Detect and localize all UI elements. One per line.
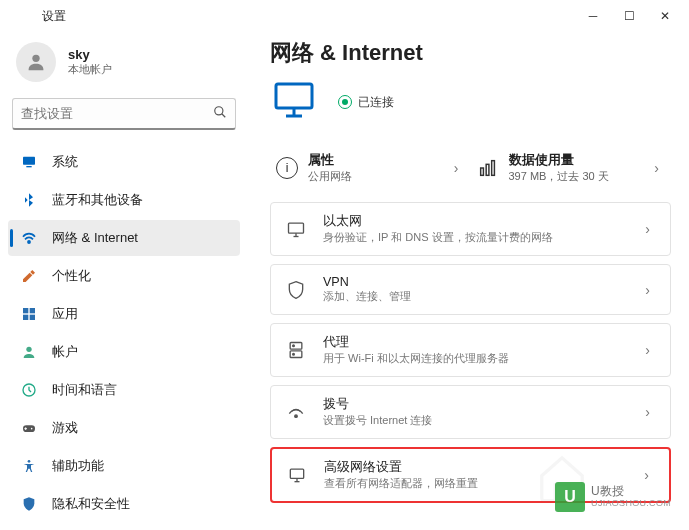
svg-rect-18 bbox=[480, 168, 483, 175]
chevron-right-icon: › bbox=[648, 160, 665, 176]
status-dot-icon bbox=[338, 95, 352, 109]
nav-item-network[interactable]: 网络 & Internet bbox=[8, 220, 240, 256]
settings-item-vpn[interactable]: VPN 添加、连接、管理 › bbox=[270, 264, 671, 315]
nav-label: 蓝牙和其他设备 bbox=[52, 191, 143, 209]
nav-item-accounts[interactable]: 帐户 bbox=[8, 334, 240, 370]
item-sub: 查看所有网络适配器，网络重置 bbox=[324, 476, 478, 491]
search-icon bbox=[213, 105, 227, 122]
data-usage-title: 数据使用量 bbox=[509, 152, 609, 169]
network-icon bbox=[20, 229, 38, 247]
accessibility-icon bbox=[20, 457, 38, 475]
svg-rect-29 bbox=[290, 469, 303, 478]
data-usage-sub: 397 MB，过去 30 天 bbox=[509, 169, 609, 184]
properties-sub: 公用网络 bbox=[308, 169, 352, 184]
user-profile[interactable]: sky 本地帐户 bbox=[8, 32, 240, 98]
item-title: 高级网络设置 bbox=[324, 459, 478, 476]
accounts-icon bbox=[20, 343, 38, 361]
nav-label: 个性化 bbox=[52, 267, 91, 285]
personalize-icon bbox=[20, 267, 38, 285]
item-title: 拨号 bbox=[323, 396, 432, 413]
svg-point-26 bbox=[293, 345, 295, 347]
svg-point-27 bbox=[293, 353, 295, 355]
nav-item-apps[interactable]: 应用 bbox=[8, 296, 240, 332]
dialup-icon bbox=[285, 401, 307, 423]
svg-rect-3 bbox=[23, 157, 35, 165]
svg-point-14 bbox=[28, 460, 31, 463]
network-hero: 已连接 bbox=[270, 78, 671, 126]
svg-rect-6 bbox=[23, 308, 28, 313]
item-sub: 设置拨号 Internet 连接 bbox=[323, 413, 432, 428]
window-controls: ─ ☐ ✕ bbox=[579, 2, 679, 30]
svg-rect-25 bbox=[290, 351, 302, 358]
nav-item-gaming[interactable]: 游戏 bbox=[8, 410, 240, 446]
svg-point-13 bbox=[31, 428, 33, 430]
nav-item-privacy[interactable]: 隐私和安全性 bbox=[8, 486, 240, 522]
title-bar: 设置 ─ ☐ ✕ bbox=[0, 0, 689, 32]
nav-item-accessibility[interactable]: 辅助功能 bbox=[8, 448, 240, 484]
svg-rect-9 bbox=[30, 315, 35, 320]
apps-icon bbox=[20, 305, 38, 323]
data-usage-icon bbox=[477, 157, 499, 179]
nav-label: 隐私和安全性 bbox=[52, 495, 130, 513]
svg-rect-21 bbox=[289, 223, 304, 233]
watermark-brand: U教授 bbox=[591, 485, 671, 498]
chevron-right-icon: › bbox=[448, 160, 465, 176]
item-sub: 身份验证，IP 和 DNS 设置，按流量计费的网络 bbox=[323, 230, 553, 245]
svg-rect-24 bbox=[290, 343, 302, 350]
nav-label: 网络 & Internet bbox=[52, 229, 138, 247]
connection-status: 已连接 bbox=[338, 94, 394, 111]
nav-label: 应用 bbox=[52, 305, 78, 323]
close-button[interactable]: ✕ bbox=[651, 2, 679, 30]
svg-rect-20 bbox=[491, 161, 494, 176]
maximize-button[interactable]: ☐ bbox=[615, 2, 643, 30]
chevron-right-icon: › bbox=[638, 467, 655, 483]
search-box[interactable] bbox=[12, 98, 236, 130]
settings-item-dialup[interactable]: 拨号 设置拨号 Internet 连接 › bbox=[270, 385, 671, 439]
user-name: sky bbox=[68, 47, 112, 62]
properties-title: 属性 bbox=[308, 152, 352, 169]
gaming-icon bbox=[20, 419, 38, 437]
advanced-icon bbox=[286, 464, 308, 486]
nav-label: 帐户 bbox=[52, 343, 78, 361]
nav-label: 游戏 bbox=[52, 419, 78, 437]
item-sub: 添加、连接、管理 bbox=[323, 289, 411, 304]
chevron-right-icon: › bbox=[639, 342, 656, 358]
nav-item-system[interactable]: 系统 bbox=[8, 144, 240, 180]
minimize-button[interactable]: ─ bbox=[579, 2, 607, 30]
nav-label: 时间和语言 bbox=[52, 381, 117, 399]
avatar bbox=[16, 42, 56, 82]
search-input[interactable] bbox=[21, 106, 213, 121]
svg-point-1 bbox=[215, 107, 223, 115]
system-icon bbox=[20, 153, 38, 171]
svg-line-2 bbox=[222, 114, 226, 118]
sidebar: sky 本地帐户 系统蓝牙和其他设备网络 & Internet个性化应用帐户时间… bbox=[0, 32, 248, 530]
svg-rect-4 bbox=[26, 166, 31, 167]
page-title: 网络 & Internet bbox=[270, 38, 671, 68]
main-content: 网络 & Internet 已连接 i 属性 公用网络 › bbox=[248, 32, 689, 530]
nav-item-time[interactable]: 时间和语言 bbox=[8, 372, 240, 408]
settings-item-proxy[interactable]: 代理 用于 Wi-Fi 和以太网连接的代理服务器 › bbox=[270, 323, 671, 377]
nav-item-bluetooth[interactable]: 蓝牙和其他设备 bbox=[8, 182, 240, 218]
settings-item-ethernet[interactable]: 以太网 身份验证，IP 和 DNS 设置，按流量计费的网络 › bbox=[270, 202, 671, 256]
svg-point-10 bbox=[26, 347, 31, 352]
info-tiles-row: i 属性 公用网络 › 数据使用量 397 MB，过去 30 天 › bbox=[270, 144, 671, 192]
svg-point-28 bbox=[295, 415, 298, 418]
info-icon: i bbox=[276, 157, 298, 179]
watermark-url: UJIAOSHOU.COM bbox=[591, 499, 671, 509]
window-title: 设置 bbox=[42, 8, 66, 25]
chevron-right-icon: › bbox=[639, 404, 656, 420]
status-text: 已连接 bbox=[358, 94, 394, 111]
settings-list: 以太网 身份验证，IP 和 DNS 设置，按流量计费的网络 › VPN 添加、连… bbox=[270, 202, 671, 503]
data-usage-tile[interactable]: 数据使用量 397 MB，过去 30 天 › bbox=[471, 144, 672, 192]
nav-label: 系统 bbox=[52, 153, 78, 171]
chevron-right-icon: › bbox=[639, 282, 656, 298]
item-sub: 用于 Wi-Fi 和以太网连接的代理服务器 bbox=[323, 351, 509, 366]
bluetooth-icon bbox=[20, 191, 38, 209]
svg-point-0 bbox=[32, 55, 39, 62]
item-title: 代理 bbox=[323, 334, 509, 351]
watermark-logo: U bbox=[555, 482, 585, 512]
nav-item-personalize[interactable]: 个性化 bbox=[8, 258, 240, 294]
svg-rect-19 bbox=[486, 164, 489, 175]
properties-tile[interactable]: i 属性 公用网络 › bbox=[270, 144, 471, 192]
nav-label: 辅助功能 bbox=[52, 457, 104, 475]
